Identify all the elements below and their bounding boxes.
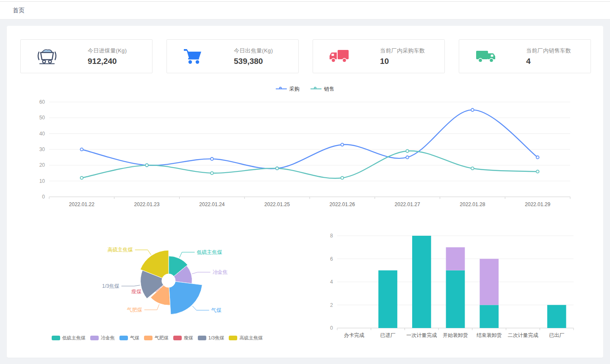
pie-legend-item-1/3焦煤[interactable]: 1/3焦煤 <box>198 335 224 341</box>
legend-swatch-icon <box>119 336 128 340</box>
svg-text:2: 2 <box>330 302 333 308</box>
mine-cart-icon <box>36 47 61 66</box>
svg-text:办卡完成: 办卡完成 <box>344 332 364 338</box>
svg-text:50: 50 <box>39 115 45 121</box>
stat-value: 912,240 <box>88 57 148 66</box>
legend-swatch-icon <box>173 336 182 340</box>
svg-text:4: 4 <box>330 279 333 285</box>
svg-text:二次计量完成: 二次计量完成 <box>507 332 538 338</box>
legend-label: 销售 <box>324 85 334 93</box>
pie-legend-item-高硫主焦煤[interactable]: 高硫主焦煤 <box>229 335 263 341</box>
svg-text:2022.01.29: 2022.01.29 <box>525 201 550 207</box>
svg-text:已进厂: 已进厂 <box>380 332 396 338</box>
svg-text:0: 0 <box>330 325 333 331</box>
svg-text:2022.01.23: 2022.01.23 <box>134 201 160 207</box>
svg-text:结束装卸货: 结束装卸货 <box>477 332 502 338</box>
stat-label: 当前厂内销售车数 <box>526 47 586 55</box>
pie-chart-legend: 低硫主焦煤冶金焦气煤气肥煤瘦煤1/3焦煤高硫主焦煤 <box>19 335 295 341</box>
svg-text:2022.01.24: 2022.01.24 <box>199 201 225 207</box>
legend-line-marker-icon <box>276 87 287 91</box>
breadcrumb-bar: 首页 <box>0 2 610 19</box>
line-chart: 01020304050602022.01.222022.01.232022.01… <box>23 96 603 213</box>
svg-text:8: 8 <box>330 233 333 239</box>
legend-label: 低硫主焦煤 <box>62 335 86 341</box>
purchase-sales-line-chart-section: 采购销售 01020304050602022.01.222022.01.2320… <box>7 84 603 213</box>
svg-text:1/3焦煤: 1/3焦煤 <box>102 283 119 289</box>
legend-swatch-icon <box>198 336 206 340</box>
coal-type-rose-chart: 低硫主焦煤冶金焦气煤气肥煤瘦煤1/3焦煤高硫主焦煤 低硫主焦煤冶金焦气煤气肥煤瘦… <box>7 230 295 342</box>
svg-text:20: 20 <box>39 162 45 168</box>
legend-line-marker-icon <box>311 87 322 91</box>
stat-value: 4 <box>526 57 586 66</box>
svg-text:6: 6 <box>330 256 333 262</box>
svg-text:2022.01.25: 2022.01.25 <box>264 201 290 207</box>
legend-swatch-icon <box>229 336 237 340</box>
svg-text:40: 40 <box>39 131 45 137</box>
svg-text:2022.01.27: 2022.01.27 <box>395 201 420 207</box>
svg-text:0: 0 <box>42 194 45 200</box>
stat-value: 539,380 <box>234 57 294 66</box>
svg-text:30: 30 <box>39 146 45 152</box>
stat-label: 今日出焦量(Kg) <box>234 47 294 55</box>
purchase-truck-icon <box>328 47 354 66</box>
svg-text:2022.01.28: 2022.01.28 <box>460 201 485 207</box>
legend-label: 气煤 <box>130 335 139 341</box>
legend-label: 采购 <box>289 85 299 93</box>
pie-legend-item-冶金焦[interactable]: 冶金焦 <box>90 335 115 341</box>
legend-item-采购[interactable]: 采购 <box>276 85 299 93</box>
svg-text:气煤: 气煤 <box>211 307 222 313</box>
legend-label: 1/3焦煤 <box>208 335 224 341</box>
legend-swatch-icon <box>52 336 60 340</box>
svg-text:开始装卸货: 开始装卸货 <box>443 332 468 338</box>
legend-swatch-icon <box>144 336 152 340</box>
breadcrumb[interactable]: 首页 <box>13 7 25 14</box>
bottom-charts-row: 低硫主焦煤冶金焦气煤气肥煤瘦煤1/3焦煤高硫主焦煤 低硫主焦煤冶金焦气煤气肥煤瘦… <box>7 230 603 342</box>
sales-truck-icon <box>474 47 500 66</box>
svg-text:60: 60 <box>39 99 45 105</box>
svg-text:瘦煤: 瘦煤 <box>131 289 141 295</box>
truck-status-bar-chart: 02468办卡完成已进厂一次计量完成开始装卸货结束装卸货二次计量完成已出厂 <box>295 230 603 342</box>
stat-value: 10 <box>380 57 440 66</box>
legend-label: 气肥煤 <box>155 335 169 341</box>
pie-legend-item-低硫主焦煤[interactable]: 低硫主焦煤 <box>52 335 86 341</box>
stat-card-coke-out: 今日出焦量(Kg) 539,380 <box>166 39 299 73</box>
stat-label: 今日进煤量(Kg) <box>88 47 148 55</box>
svg-text:冶金焦: 冶金焦 <box>213 269 228 275</box>
legend-label: 冶金焦 <box>101 335 115 341</box>
svg-text:已出厂: 已出厂 <box>549 332 564 338</box>
svg-text:2022.01.26: 2022.01.26 <box>330 201 355 207</box>
dashboard-panel: 今日进煤量(Kg) 912,240 今日出焦量(Kg) 539,380 <box>7 26 603 358</box>
legend-label: 高硫主焦煤 <box>239 335 263 341</box>
legend-swatch-icon <box>90 336 99 340</box>
svg-text:高硫主焦煤: 高硫主焦煤 <box>108 247 133 253</box>
svg-text:低硫主焦煤: 低硫主焦煤 <box>197 249 222 255</box>
line-chart-legend: 采购销售 <box>7 84 603 94</box>
svg-text:10: 10 <box>39 178 45 184</box>
stat-label: 当前厂内采购车数 <box>380 47 440 55</box>
stat-card-coal-in: 今日进煤量(Kg) 912,240 <box>20 39 152 73</box>
svg-text:一次计量完成: 一次计量完成 <box>406 332 437 338</box>
legend-item-销售[interactable]: 销售 <box>311 85 334 93</box>
stat-card-purchase-trucks: 当前厂内采购车数 10 <box>313 39 445 73</box>
pie-legend-item-气肥煤[interactable]: 气肥煤 <box>144 335 169 341</box>
stat-card-sales-trucks: 当前厂内销售车数 4 <box>459 39 591 73</box>
shopping-cart-icon <box>182 47 208 66</box>
legend-label: 瘦煤 <box>184 335 193 341</box>
stat-cards-row: 今日进煤量(Kg) 912,240 今日出焦量(Kg) 539,380 <box>7 26 603 73</box>
svg-text:2022.01.22: 2022.01.22 <box>69 201 94 207</box>
pie-legend-item-气煤[interactable]: 气煤 <box>119 335 139 341</box>
svg-text:气肥煤: 气肥煤 <box>127 307 142 313</box>
pie-legend-item-瘦煤[interactable]: 瘦煤 <box>173 335 193 341</box>
